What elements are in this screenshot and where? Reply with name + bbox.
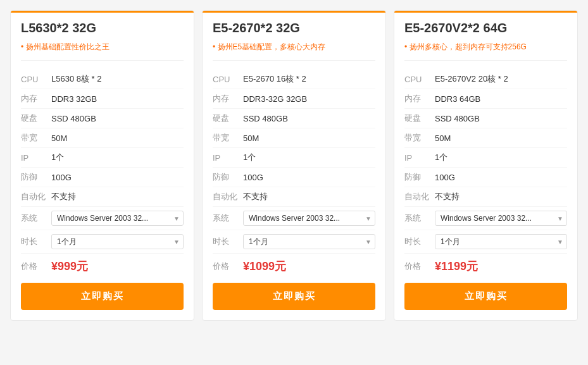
duration-label: 时长 (213, 236, 243, 247)
duration-select[interactable]: 1个月 (51, 234, 184, 249)
price-label: 价格 (21, 261, 51, 272)
buy-button[interactable]: 立即购买 (404, 283, 567, 310)
system-label: 系统 (404, 213, 435, 224)
spec-row: 硬盘SSD 480GB (404, 109, 567, 128)
spec-row: CPUL5630 8核 * 2 (21, 70, 184, 89)
duration-row: 时长1个月 (21, 230, 184, 254)
spec-value: E5-2670 16核 * 2 (243, 73, 306, 85)
spec-row: 防御100G (404, 168, 567, 187)
spec-value: 1个 (435, 152, 447, 163)
price-label: 价格 (404, 261, 435, 272)
spec-label: 自动化 (21, 191, 51, 202)
spec-label: 内存 (404, 93, 435, 104)
system-row: 系统Windows Server 2003 32... (404, 207, 567, 230)
duration-row: 时长1个月 (213, 230, 375, 254)
price-value: ¥999元 (51, 259, 88, 274)
spec-value: SSD 480GB (243, 114, 288, 123)
spec-row: CPUE5-2670V2 20核 * 2 (404, 70, 567, 89)
spec-label: 硬盘 (21, 113, 51, 124)
system-label: 系统 (213, 213, 243, 224)
card-title: E5-2670*2 32G (213, 21, 375, 35)
spec-label: 自动化 (213, 191, 243, 202)
spec-row: 硬盘SSD 480GB (21, 109, 184, 128)
duration-select[interactable]: 1个月 (435, 234, 567, 249)
spec-label: 内存 (21, 93, 51, 104)
spec-row: 防御100G (21, 168, 184, 187)
spec-label: 自动化 (404, 191, 435, 202)
spec-row: 内存DDR3 32GB (21, 89, 184, 109)
spec-row: 带宽50M (21, 128, 184, 148)
buy-button[interactable]: 立即购买 (213, 283, 375, 310)
spec-label: 防御 (213, 171, 243, 183)
spec-row: 自动化不支持 (213, 187, 375, 207)
spec-label: 硬盘 (404, 113, 435, 124)
spec-value: 100G (243, 173, 263, 182)
spec-value: 50M (243, 133, 259, 143)
spec-row: 带宽50M (213, 128, 375, 148)
spec-row: 防御100G (213, 168, 375, 187)
card-title: L5630*2 32G (21, 21, 184, 35)
spec-row: CPUE5-2670 16核 * 2 (213, 70, 375, 89)
system-select[interactable]: Windows Server 2003 32... (243, 211, 375, 226)
system-select[interactable]: Windows Server 2003 32... (51, 211, 184, 226)
system-label: 系统 (21, 213, 51, 224)
spec-label: 内存 (213, 93, 243, 104)
spec-label: IP (21, 153, 51, 163)
server-card-1: L5630*2 32G扬州基础配置性价比之王CPUL5630 8核 * 2内存D… (10, 10, 194, 321)
duration-label: 时长 (21, 236, 51, 247)
price-label: 价格 (213, 261, 243, 272)
spec-label: 带宽 (213, 132, 243, 144)
price-row: 价格¥1199元 (404, 254, 567, 280)
duration-row: 时长1个月 (404, 230, 567, 254)
spec-label: IP (213, 153, 243, 163)
price-row: 价格¥1099元 (213, 254, 375, 280)
spec-label: 防御 (404, 171, 435, 183)
spec-label: IP (404, 153, 435, 163)
spec-row: 自动化不支持 (404, 187, 567, 207)
spec-value: 50M (51, 133, 67, 143)
spec-value: 1个 (51, 152, 64, 163)
spec-value: DDR3-32G 32GB (243, 94, 307, 104)
spec-row: IP1个 (21, 148, 184, 168)
spec-row: 硬盘SSD 480GB (213, 109, 375, 128)
card-subtitle: 扬州多核心，超到内存可支持256G (404, 42, 567, 61)
system-select[interactable]: Windows Server 2003 32... (435, 211, 567, 226)
spec-value: 1个 (243, 152, 256, 163)
spec-value: DDR3 32GB (51, 94, 97, 104)
spec-value: 100G (51, 173, 72, 182)
spec-label: CPU (404, 75, 435, 84)
server-card-3: E5-2670V2*2 64G扬州多核心，超到内存可支持256GCPUE5-26… (394, 10, 578, 321)
spec-row: 自动化不支持 (21, 187, 184, 207)
spec-value: 50M (435, 133, 451, 143)
spec-value: 不支持 (435, 191, 460, 202)
spec-value: 不支持 (243, 191, 268, 202)
spec-row: IP1个 (213, 148, 375, 168)
spec-label: 带宽 (21, 132, 51, 144)
spec-value: 100G (435, 173, 455, 182)
spec-label: CPU (213, 75, 243, 84)
spec-row: 内存DDR3 64GB (404, 89, 567, 109)
spec-value: 不支持 (51, 191, 76, 202)
spec-label: 防御 (21, 171, 51, 183)
spec-row: 带宽50M (404, 128, 567, 148)
price-value: ¥1199元 (435, 259, 478, 274)
spec-value: DDR3 64GB (435, 94, 480, 104)
spec-value: SSD 480GB (435, 114, 480, 123)
server-card-2: E5-2670*2 32G扬州E5基础配置，多核心大内存CPUE5-2670 1… (202, 10, 386, 321)
card-subtitle: 扬州基础配置性价比之王 (21, 42, 184, 61)
spec-value: E5-2670V2 20核 * 2 (435, 73, 508, 85)
price-value: ¥1099元 (243, 259, 286, 274)
spec-label: 硬盘 (213, 113, 243, 124)
spec-label: 带宽 (404, 132, 435, 144)
duration-select[interactable]: 1个月 (243, 234, 375, 249)
system-row: 系统Windows Server 2003 32... (213, 207, 375, 230)
spec-row: IP1个 (404, 148, 567, 168)
buy-button[interactable]: 立即购买 (21, 283, 184, 310)
spec-value: SSD 480GB (51, 114, 96, 123)
card-title: E5-2670V2*2 64G (404, 21, 567, 35)
spec-row: 内存DDR3-32G 32GB (213, 89, 375, 109)
price-row: 价格¥999元 (21, 254, 184, 280)
spec-value: L5630 8核 * 2 (51, 73, 102, 85)
cards-container: L5630*2 32G扬州基础配置性价比之王CPUL5630 8核 * 2内存D… (10, 10, 578, 321)
duration-label: 时长 (404, 236, 435, 247)
